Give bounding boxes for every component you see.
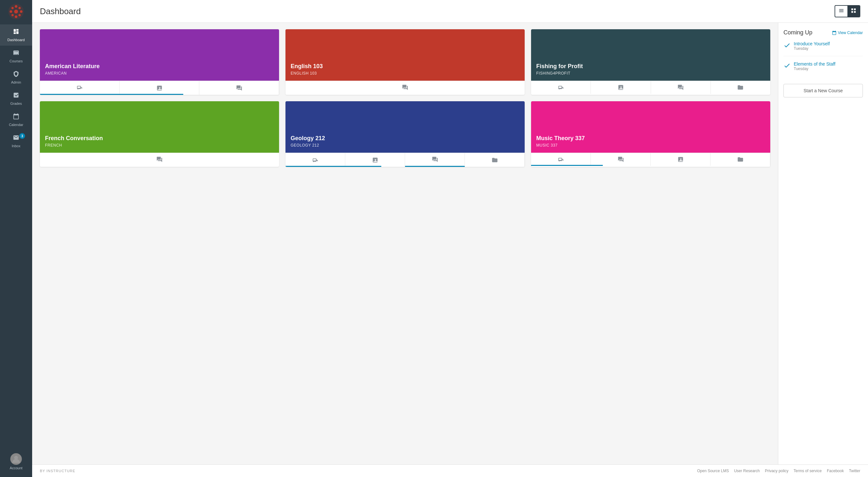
todo-date-introduce-yourself: Tuesday	[794, 46, 830, 51]
svg-point-6	[11, 7, 14, 9]
course-actions-french-conversation	[40, 153, 279, 166]
course-card-fishing-profit[interactable]: Fishing for Profit FISHING4PROFIT	[531, 29, 770, 95]
course-banner-french-conversation[interactable]: French Conversation FRENCH	[40, 101, 279, 153]
course-banner-geology-212[interactable]: Geology 212 GEOLOGY 212	[285, 101, 525, 153]
course-card-music-theory-337[interactable]: Music Theory 337 MUSIC 337	[531, 101, 770, 167]
files-button-geology-212[interactable]	[465, 153, 525, 167]
course-card-french-conversation[interactable]: French Conversation FRENCH	[40, 101, 279, 167]
todo-check-icon-2	[783, 62, 790, 71]
course-name-french-conversation: French Conversation	[45, 135, 274, 142]
files-button-music-theory-337[interactable]	[711, 153, 770, 166]
main-content: Dashboard American Literature AMERICAN	[32, 0, 868, 477]
todo-name-elements-of-staff[interactable]: Elements of the Staff	[794, 61, 836, 67]
course-name-geology-212: Geology 212	[290, 135, 520, 142]
dashboard-icon	[13, 28, 19, 37]
content-area: American Literature AMERICAN	[32, 23, 868, 465]
course-card-english-103[interactable]: English 103 ENGLISH 103	[285, 29, 525, 95]
list-view-button[interactable]	[835, 6, 847, 17]
course-actions-fishing-profit	[531, 81, 770, 94]
grades-button-geology-212[interactable]	[345, 153, 405, 167]
inbox-icon	[13, 134, 19, 143]
course-code-american-lit: AMERICAN	[45, 71, 274, 75]
announcements-button-geology-212[interactable]	[285, 153, 345, 167]
todo-text-introduce-yourself: Introduce Yourself Tuesday	[794, 41, 830, 51]
sidebar-item-courses[interactable]: Courses	[0, 45, 32, 67]
todo-item-introduce-yourself: Introduce Yourself Tuesday	[783, 41, 863, 56]
page-title: Dashboard	[40, 6, 81, 17]
inbox-badge: 3	[19, 133, 25, 139]
discussions-button-fishing-profit[interactable]	[651, 81, 711, 94]
grades-button-fishing-profit[interactable]	[591, 81, 651, 94]
announcements-button-music-theory-337[interactable]	[531, 153, 591, 166]
footer-link-facebook[interactable]: Facebook	[827, 469, 844, 473]
svg-point-2	[15, 5, 18, 8]
course-name-music-theory-337: Music Theory 337	[536, 135, 765, 142]
announcements-button-fishing-profit[interactable]	[531, 81, 591, 94]
admin-icon	[13, 71, 19, 79]
sidebar-item-grades[interactable]: Grades	[0, 88, 32, 109]
app-logo[interactable]	[8, 3, 25, 21]
courses-area: American Literature AMERICAN	[32, 23, 778, 465]
sidebar-item-inbox[interactable]: 3 Inbox	[0, 130, 32, 152]
course-banner-music-theory-337[interactable]: Music Theory 337 MUSIC 337	[531, 101, 770, 153]
svg-point-7	[19, 14, 21, 17]
courses-icon	[13, 50, 19, 58]
course-actions-geology-212	[285, 153, 525, 167]
discussions-button-english-103[interactable]	[285, 81, 525, 94]
announcements-button-american-lit[interactable]	[40, 81, 120, 95]
right-sidebar: Coming Up View Calendar Introduce Yourse…	[778, 23, 868, 465]
sidebar-item-account[interactable]: Account	[0, 449, 32, 474]
top-bar: Dashboard	[32, 0, 868, 23]
svg-point-8	[19, 7, 21, 9]
course-code-english-103: ENGLISH 103	[290, 71, 520, 75]
course-code-fishing-profit: FISHING4PROFIT	[536, 71, 765, 75]
svg-point-5	[20, 10, 23, 13]
footer-link-user-research[interactable]: User Research	[734, 469, 760, 473]
footer-link-twitter[interactable]: Twitter	[849, 469, 860, 473]
course-name-fishing-profit: Fishing for Profit	[536, 63, 765, 70]
course-name-american-lit: American Literature	[45, 63, 274, 70]
files-button-fishing-profit[interactable]	[711, 81, 770, 94]
course-banner-fishing-profit[interactable]: Fishing for Profit FISHING4PROFIT	[531, 29, 770, 81]
todo-text-elements-of-staff: Elements of the Staff Tuesday	[794, 61, 836, 71]
course-actions-english-103	[285, 81, 525, 94]
sidebar: Dashboard Courses Admin Grades Calendar …	[0, 0, 32, 477]
discussions-button-american-lit[interactable]	[199, 81, 279, 95]
todo-date-elements-of-staff: Tuesday	[794, 67, 836, 71]
svg-point-4	[10, 10, 12, 13]
course-banner-english-103[interactable]: English 103 ENGLISH 103	[285, 29, 525, 81]
todo-check-icon-1	[783, 42, 790, 51]
discussions-button-geology-212[interactable]	[405, 153, 465, 167]
sidebar-item-dashboard[interactable]: Dashboard	[0, 25, 32, 45]
grades-button-american-lit[interactable]	[120, 81, 199, 95]
sidebar-item-calendar[interactable]: Calendar	[0, 109, 32, 130]
grid-view-button[interactable]	[847, 6, 860, 17]
sidebar-item-admin[interactable]: Admin	[0, 67, 32, 88]
view-calendar-link[interactable]: View Calendar	[832, 31, 863, 35]
grades-button-music-theory-337[interactable]	[651, 153, 711, 166]
courses-grid: American Literature AMERICAN	[40, 29, 770, 167]
course-card-geology-212[interactable]: Geology 212 GEOLOGY 212	[285, 101, 525, 167]
footer-links: Open Source LMS User Research Privacy po…	[697, 469, 860, 473]
course-code-music-theory-337: MUSIC 337	[536, 143, 765, 148]
svg-point-9	[11, 14, 14, 17]
course-banner-american-lit[interactable]: American Literature AMERICAN	[40, 29, 279, 81]
discussions-button-music-theory-337[interactable]	[591, 153, 651, 166]
course-card-american-lit[interactable]: American Literature AMERICAN	[40, 29, 279, 95]
view-toggle	[835, 5, 860, 18]
avatar	[10, 453, 22, 465]
course-code-geology-212: GEOLOGY 212	[290, 143, 520, 148]
view-calendar-label: View Calendar	[838, 31, 863, 35]
svg-point-3	[15, 15, 18, 18]
discussions-button-french-conversation[interactable]	[40, 153, 279, 166]
course-name-english-103: English 103	[290, 63, 520, 70]
coming-up-header: Coming Up View Calendar	[783, 29, 863, 36]
grades-icon	[13, 92, 19, 100]
start-new-course-button[interactable]: Start a New Course	[783, 84, 863, 97]
course-code-french-conversation: FRENCH	[45, 143, 274, 148]
footer-link-terms-of-service[interactable]: Terms of service	[794, 469, 822, 473]
footer-link-privacy-policy[interactable]: Privacy policy	[765, 469, 788, 473]
course-actions-music-theory-337	[531, 153, 770, 166]
footer-link-open-source-lms[interactable]: Open Source LMS	[697, 469, 729, 473]
todo-name-introduce-yourself[interactable]: Introduce Yourself	[794, 41, 830, 46]
